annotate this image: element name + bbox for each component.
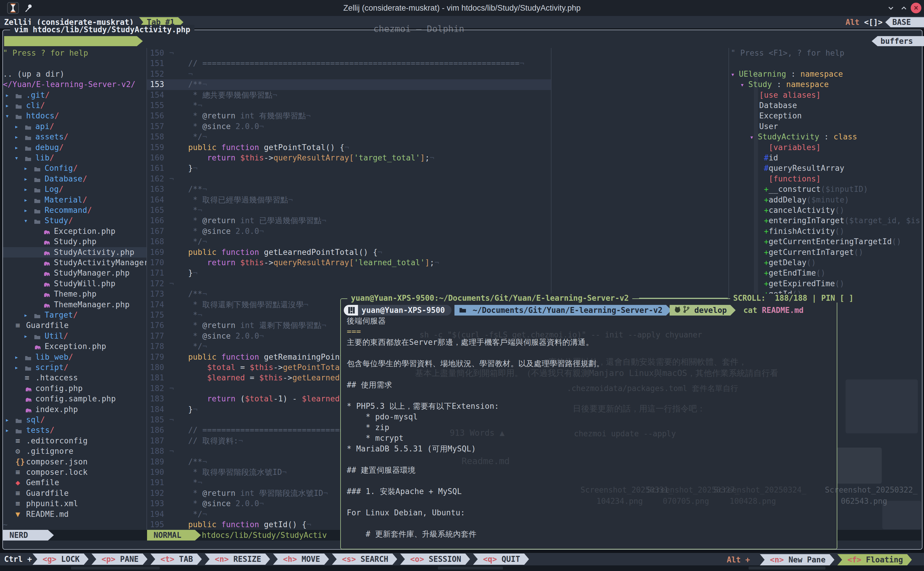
folder-icon bbox=[15, 425, 22, 435]
code-line: 183 return ($total-1) - $learned;¬ bbox=[147, 394, 349, 404]
code-line: 174 * 取得還剩下幾個學習點還沒學¬ bbox=[147, 299, 309, 310]
tree-item[interactable]: ▸sql/ bbox=[3, 415, 147, 425]
zellij-screen: Zellij (considerate-muskrat) - vim htdoc… bbox=[0, 0, 924, 571]
tag-item[interactable]: +__construct($inputID) bbox=[731, 184, 868, 194]
key-badge-session[interactable]: <o> SESSION bbox=[400, 554, 470, 565]
tree-item[interactable]: config.sample.php bbox=[3, 394, 147, 404]
chevron-closed-icon: ▸ bbox=[24, 310, 28, 320]
tree-item[interactable]: ▸Database/ bbox=[3, 174, 147, 184]
tree-item[interactable]: ▾lib/ bbox=[3, 153, 147, 163]
tree-item[interactable]: StudyActivity.php bbox=[3, 247, 147, 258]
tag-item[interactable]: +getCurrentInTarget() bbox=[731, 247, 863, 258]
tag-item[interactable]: [variables] bbox=[731, 142, 821, 153]
tag-item[interactable]: +getDelay() bbox=[731, 258, 816, 268]
tree-item[interactable]: ◆Gemfile bbox=[3, 477, 147, 488]
tree-item[interactable]: ≡Guardfile bbox=[3, 488, 147, 498]
tree-item[interactable]: Study.php bbox=[3, 236, 147, 247]
tag-item[interactable]: ▾ UElearning : namespace bbox=[731, 69, 843, 79]
chevron-down-icon[interactable] bbox=[886, 3, 896, 12]
tree-item[interactable]: ▸api/ bbox=[3, 121, 147, 132]
tree-item[interactable]: ▸Material/ bbox=[3, 195, 147, 205]
tree-item[interactable]: ▸Target/ bbox=[3, 310, 147, 320]
tree-item[interactable]: ▸Log/ bbox=[3, 184, 147, 194]
tree-item[interactable]: ▸Recommand/ bbox=[3, 205, 147, 216]
chevron-closed-icon: ▸ bbox=[14, 352, 18, 362]
code-line: 169 public function getLearnedPointTotal… bbox=[147, 247, 382, 258]
tree-item[interactable]: index.php bbox=[3, 404, 147, 415]
tree-item[interactable]: ▸Util/ bbox=[3, 331, 147, 341]
tree-item[interactable]: ≡.editorconfig bbox=[3, 436, 147, 446]
tree-item[interactable]: ▸.git/ bbox=[3, 90, 147, 100]
tree-item[interactable]: " Press ? for help bbox=[3, 48, 147, 58]
tree-item[interactable]: ▾Study/ bbox=[3, 216, 147, 226]
tree-item[interactable]: ≡.htaccess bbox=[3, 373, 147, 383]
chevron-up-icon[interactable] bbox=[899, 3, 909, 12]
tag-item[interactable]: [functions] bbox=[731, 174, 821, 184]
tree-item[interactable]: ▸cli/ bbox=[3, 100, 147, 111]
line-number: 158 bbox=[147, 132, 164, 142]
tree-item[interactable]: ▸debug/ bbox=[3, 142, 147, 153]
key-badge-move[interactable]: <h> MOVE bbox=[273, 554, 329, 565]
chevron-closed-icon: ▸ bbox=[14, 362, 18, 373]
key-badge-pane[interactable]: <p> PANE bbox=[91, 554, 147, 565]
floating-pane-body[interactable]: yuan@Yuan-XPS-9500 ~/Documents/Git/Yuan/… bbox=[341, 299, 836, 548]
tree-item[interactable]: ≡Guardfile bbox=[3, 320, 147, 331]
tag-item[interactable]: +addDelay($minute) bbox=[731, 195, 849, 205]
code-line: 152 ¬ bbox=[147, 69, 193, 79]
floating-pane-title-rule bbox=[639, 298, 728, 298]
tag-item[interactable]: #queryResultArray bbox=[731, 163, 844, 173]
tag-item[interactable]: +getExpiredTime() bbox=[731, 279, 844, 289]
tree-item[interactable]: Exception.php bbox=[3, 226, 147, 236]
list-icon: ≡ bbox=[15, 498, 20, 509]
key-badge-lock[interactable]: <g> LOCK bbox=[32, 554, 88, 565]
tree-item[interactable]: .. (up a dir) bbox=[3, 69, 147, 79]
tag-item[interactable]: Database bbox=[731, 100, 797, 111]
buffers-badge[interactable]: buffers bbox=[872, 36, 924, 46]
tag-item[interactable]: " Press <F1>, ? for help bbox=[731, 48, 844, 58]
tag-item[interactable]: Exception bbox=[731, 111, 802, 121]
tree-item[interactable]: ⚙.gitignore bbox=[3, 446, 147, 457]
nerdtree-panel[interactable]: " Press ? for help.. (up a dir)</Yuan/E-… bbox=[3, 48, 147, 530]
list-icon: ≡ bbox=[15, 467, 20, 477]
zellij-app-icon bbox=[7, 2, 19, 15]
tree-item[interactable]: ThemeManager.php bbox=[3, 299, 147, 310]
key-badge-tab[interactable]: <t> TAB bbox=[151, 554, 202, 565]
tree-item[interactable]: ▾htdocs/ bbox=[3, 111, 147, 121]
tag-item[interactable]: +finishActivity() bbox=[731, 226, 844, 236]
key-badge-new-pane[interactable]: <n> New Pane bbox=[760, 554, 834, 565]
php-icon bbox=[34, 341, 41, 352]
tag-item[interactable]: +enteringInTarget($target_id, $is bbox=[731, 216, 920, 226]
tree-item[interactable]: Theme.php bbox=[3, 289, 147, 299]
key-badge-floating[interactable]: <f> Floating bbox=[837, 554, 912, 565]
close-icon[interactable]: × bbox=[911, 3, 921, 13]
tree-item[interactable]: ▸assets/ bbox=[3, 132, 147, 142]
tree-item[interactable]: ≡composer.lock bbox=[3, 467, 147, 477]
tree-item[interactable]: ▸Config/ bbox=[3, 163, 147, 173]
tree-item[interactable]: Exception.php bbox=[3, 341, 147, 352]
tree-item[interactable]: StudyWill.php bbox=[3, 279, 147, 289]
tag-item[interactable]: +cancelActivity() bbox=[731, 205, 844, 216]
line-number: 168 bbox=[147, 236, 164, 247]
key-badge-search[interactable]: <s> SEARCH bbox=[332, 554, 397, 565]
tag-item[interactable]: ▾ Study : namespace bbox=[731, 79, 829, 90]
tree-item[interactable]: StudyManager.php bbox=[3, 268, 147, 278]
tree-item[interactable]: ▸tests/ bbox=[3, 425, 147, 435]
readme-line: * MariaDB 5.5.31 (可用MySQL) bbox=[347, 443, 476, 454]
key-badge-quit[interactable]: <q> QUIT bbox=[473, 554, 529, 565]
tag-item[interactable]: ▾ StudyActivity : class bbox=[731, 132, 857, 142]
tree-item[interactable]: ≡phpunit.xml bbox=[3, 498, 147, 509]
tree-item[interactable]: ▸lib_web/ bbox=[3, 352, 147, 362]
list-icon: ≡ bbox=[15, 436, 20, 446]
active-buffer-badge[interactable]: h/l/S/StudyActivity.php bbox=[4, 36, 143, 46]
tree-item[interactable]: ▼README.md bbox=[3, 509, 147, 520]
tree-item[interactable]: </Yuan/E-learning-Server-v2/ bbox=[3, 79, 147, 90]
tree-item[interactable]: StudyActivityManager.php bbox=[3, 258, 147, 268]
tree-item[interactable]: {}composer.json bbox=[3, 457, 147, 467]
pin-icon[interactable] bbox=[24, 3, 34, 14]
window-separator[interactable] bbox=[146, 48, 147, 530]
tree-item[interactable]: config.php bbox=[3, 383, 147, 394]
tag-item[interactable]: +getEndTime() bbox=[731, 268, 825, 278]
key-badge-resize[interactable]: <n> RESIZE bbox=[205, 554, 270, 565]
tag-item[interactable]: [use aliases] bbox=[731, 90, 821, 100]
tree-item[interactable]: ▸script/ bbox=[3, 362, 147, 373]
